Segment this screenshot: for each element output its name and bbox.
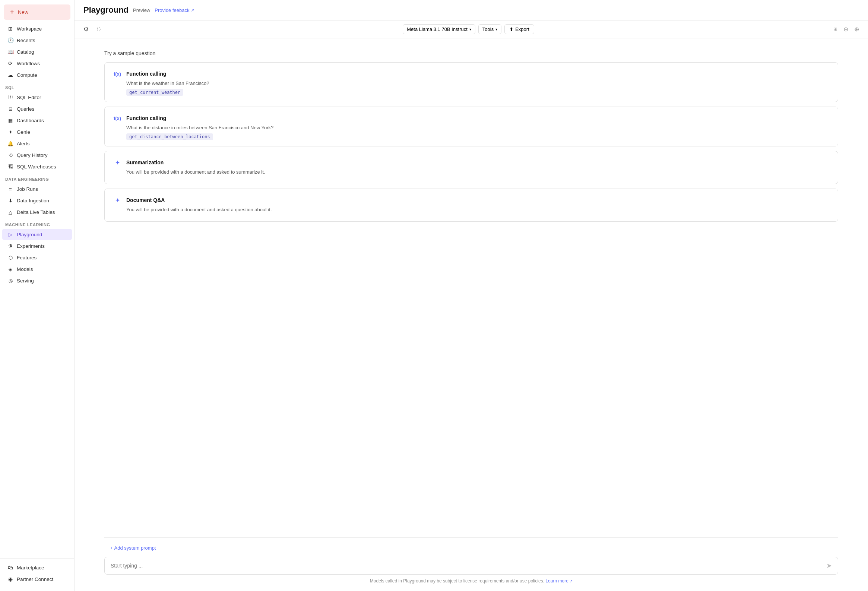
- card-header: ✦ Summarization: [112, 157, 830, 168]
- prompt-input[interactable]: [111, 563, 822, 569]
- sidebar-item-label: Genie: [17, 129, 30, 135]
- clock-icon: 🕐: [7, 37, 13, 43]
- sidebar-item-label: Recents: [17, 38, 35, 43]
- code-icon: 〈〉: [94, 26, 103, 33]
- collapse-button[interactable]: ⊖: [842, 24, 850, 34]
- sidebar-item-query-history[interactable]: ⟲ Query History: [2, 149, 72, 161]
- sidebar-item-label: Marketplace: [17, 565, 44, 570]
- tools-button[interactable]: Tools ▾: [478, 24, 502, 34]
- sparkle-icon: ✦: [112, 157, 123, 168]
- sidebar-item-delta-live-tables[interactable]: △ Delta Live Tables: [2, 207, 72, 218]
- jobs-icon: ≡: [7, 186, 13, 192]
- sidebar-item-partner-connect[interactable]: ◉ Partner Connect: [2, 573, 72, 585]
- card-tag: get_current_weather: [126, 89, 183, 96]
- card-document-qa[interactable]: ✦ Document Q&A You will be provided with…: [104, 189, 838, 222]
- sidebar-item-label: Workspace: [17, 26, 42, 32]
- sidebar-item-compute[interactable]: ☁ Compute: [2, 69, 72, 80]
- main-content: Playground Preview Provide feeback ↗ ⚙ 〈…: [74, 0, 868, 591]
- sidebar-item-label: Experiments: [17, 243, 45, 249]
- add-system-prompt-label: + Add system prompt: [110, 545, 156, 551]
- learn-more-link[interactable]: Learn more ↗: [545, 578, 573, 584]
- sidebar-item-label: Queries: [17, 106, 34, 112]
- table-icon: ⊟: [7, 106, 13, 112]
- sidebar-item-features[interactable]: ⬡ Features: [2, 252, 72, 263]
- section-label-sql: SQL: [0, 81, 74, 91]
- card-title: Document Q&A: [126, 197, 165, 203]
- export-label: Export: [515, 27, 529, 32]
- card-function-calling-1[interactable]: f(x) Function calling What is the weathe…: [104, 62, 838, 102]
- feedback-link[interactable]: Provide feeback ↗: [155, 7, 194, 13]
- sidebar-item-sql-warehouses[interactable]: 🏗 SQL Warehouses: [2, 161, 72, 172]
- page-title: Playground: [83, 5, 128, 15]
- sidebar-item-playground[interactable]: ▷ Playground: [2, 229, 72, 240]
- models-icon: ◈: [7, 266, 13, 272]
- new-label: New: [18, 9, 28, 15]
- card-summarization[interactable]: ✦ Summarization You will be provided wit…: [104, 151, 838, 184]
- model-selector-button[interactable]: Meta Llama 3.1 70B Instruct ▾: [403, 24, 475, 34]
- sidebar-item-label: Playground: [17, 232, 42, 237]
- learn-more-label: Learn more: [545, 578, 568, 584]
- ingestion-icon: ⬇: [7, 198, 13, 204]
- new-button[interactable]: ＋ New: [4, 4, 71, 20]
- sidebar-item-alerts[interactable]: 🔔 Alerts: [2, 138, 72, 149]
- history-icon: ⟲: [7, 152, 13, 158]
- card-tag: get_distance_between_locations: [126, 133, 213, 140]
- card-header: f(x) Function calling: [112, 113, 830, 123]
- sidebar-item-workspace[interactable]: ⊞ Workspace: [2, 23, 72, 34]
- minus-icon: ⊖: [843, 26, 848, 33]
- sidebar-item-label: Models: [17, 266, 33, 272]
- partner-icon: ◉: [7, 576, 13, 582]
- card-function-calling-2[interactable]: f(x) Function calling What is the distan…: [104, 106, 838, 146]
- input-area: ➤: [104, 557, 838, 575]
- sidebar-item-models[interactable]: ◈ Models: [2, 263, 72, 275]
- card-description: What is the distance in miles between Sa…: [126, 125, 830, 130]
- bell-icon: 🔔: [7, 140, 13, 146]
- model-label: Meta Llama 3.1 70B Instruct: [407, 27, 468, 32]
- sidebar-item-experiments[interactable]: ⚗ Experiments: [2, 240, 72, 251]
- external-link-icon: ↗: [570, 579, 573, 583]
- sidebar-item-queries[interactable]: ⊟ Queries: [2, 103, 72, 114]
- sidebar-item-label: Alerts: [17, 141, 30, 146]
- sidebar-item-serving[interactable]: ◎ Serving: [2, 275, 72, 286]
- sidebar-item-label: Partner Connect: [17, 576, 53, 582]
- card-header: f(x) Function calling: [112, 69, 830, 79]
- settings-button[interactable]: ⚙: [82, 24, 90, 34]
- sidebar-item-data-ingestion[interactable]: ⬇ Data Ingestion: [2, 195, 72, 206]
- warehouse-icon: 🏗: [7, 164, 13, 170]
- add-system-prompt-button[interactable]: + Add system prompt: [104, 542, 838, 554]
- toolbar: ⚙ 〈〉 Meta Llama 3.1 70B Instruct ▾ Tools…: [74, 21, 868, 38]
- sidebar-item-marketplace[interactable]: 🛍 Marketplace: [2, 562, 72, 573]
- sidebar-item-catalog[interactable]: 📖 Catalog: [2, 46, 72, 58]
- card-title: Function calling: [126, 115, 166, 121]
- sidebar-item-job-runs[interactable]: ≡ Job Runs: [2, 183, 72, 195]
- sidebar-item-workflows[interactable]: ⟳ Workflows: [2, 58, 72, 69]
- sidebar-item-label: Workflows: [17, 61, 40, 66]
- playground-icon: ▷: [7, 231, 13, 237]
- sidebar-item-recents[interactable]: 🕐 Recents: [2, 35, 72, 46]
- send-icon: ➤: [826, 561, 832, 570]
- sidebar-item-sql-editor[interactable]: 〈/〉 SQL Editor: [2, 92, 72, 103]
- card-description: You will be provided with a document and…: [126, 169, 830, 175]
- send-button[interactable]: ➤: [826, 561, 832, 570]
- sidebar: ＋ New ⊞ Workspace 🕐 Recents 📖 Catalog ⟳ …: [0, 0, 74, 591]
- code-toggle-button[interactable]: 〈〉: [92, 25, 105, 34]
- sidebar-item-genie[interactable]: ✦ Genie: [2, 126, 72, 137]
- topbar: Playground Preview Provide feeback ↗: [74, 0, 868, 21]
- export-button[interactable]: ⬆ Export: [505, 24, 534, 34]
- bottom-area: + Add system prompt ➤ Models called in P…: [104, 537, 838, 585]
- bottom-nav: 🛍 Marketplace ◉ Partner Connect: [0, 558, 74, 585]
- section-label-machine-learning: Machine Learning: [0, 218, 74, 228]
- sections-nav: SQL 〈/〉 SQL Editor ⊟ Queries ▦ Dashboard…: [0, 81, 74, 287]
- sidebar-item-dashboards[interactable]: ▦ Dashboards: [2, 115, 72, 126]
- fx-icon: f(x): [112, 69, 123, 79]
- sidebar-item-label: SQL Editor: [17, 95, 41, 100]
- cloud-icon: ☁: [7, 72, 13, 78]
- chevron-down-icon: ▾: [496, 27, 497, 31]
- expand-button[interactable]: ⊕: [853, 24, 861, 34]
- formula-icon: ⊞: [833, 27, 837, 32]
- tools-label: Tools: [483, 27, 494, 32]
- book-icon: 📖: [7, 49, 13, 55]
- sidebar-item-label: Job Runs: [17, 186, 38, 192]
- chevron-down-icon: ▾: [469, 27, 471, 31]
- formula-button[interactable]: ⊞: [832, 25, 839, 34]
